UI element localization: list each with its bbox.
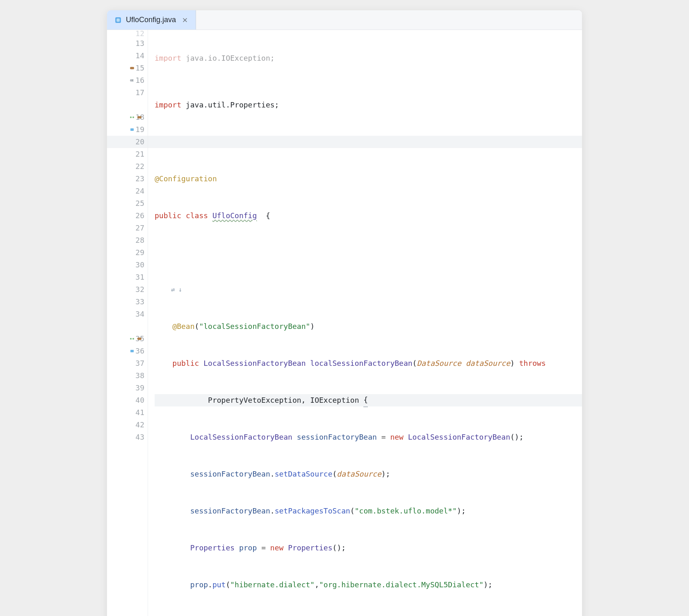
nav-gutter-icon[interactable] bbox=[129, 127, 135, 132]
gutter-line: 29 bbox=[107, 246, 148, 259]
gutter-line: 20 bbox=[107, 136, 148, 148]
svg-point-4 bbox=[130, 79, 132, 82]
code-line[interactable]: @Bean("localSessionFactoryBean") bbox=[155, 320, 582, 333]
svg-point-8 bbox=[139, 116, 141, 119]
svg-rect-9 bbox=[130, 128, 134, 131]
java-class-icon bbox=[114, 16, 122, 24]
gutter-line: 31 bbox=[107, 271, 148, 283]
code-line[interactable] bbox=[155, 246, 582, 259]
gutter-line: 13 bbox=[107, 37, 148, 50]
svg-point-10 bbox=[130, 338, 132, 340]
override-gutter-icon[interactable] bbox=[129, 114, 135, 120]
svg-point-6 bbox=[132, 116, 134, 118]
code-line[interactable]: sessionFactoryBean.setPackagesToScan("co… bbox=[155, 505, 582, 517]
gutter-line: 18 bbox=[107, 111, 148, 123]
svg-point-11 bbox=[132, 338, 134, 340]
gutter-line: 24 bbox=[107, 185, 148, 197]
code-line[interactable]: sessionFactoryBean.setDataSource(dataSou… bbox=[155, 468, 582, 480]
svg-point-13 bbox=[139, 338, 141, 340]
code-line[interactable]: import java.io.IOException; bbox=[155, 55, 582, 62]
gutter-line: 34 bbox=[107, 308, 148, 320]
gutter-line: 43 bbox=[107, 431, 148, 443]
gutter-line: 42 bbox=[107, 419, 148, 431]
gutter-line: 41 bbox=[107, 406, 148, 419]
implements-gutter-icon[interactable] bbox=[129, 78, 135, 83]
svg-rect-1 bbox=[116, 18, 120, 22]
gutter-line: 32 bbox=[107, 283, 148, 296]
override-gutter-icon[interactable] bbox=[129, 336, 135, 342]
code-line[interactable]: import java.util.Properties; bbox=[155, 99, 582, 111]
gutter-line: 25 bbox=[107, 197, 148, 210]
code-area[interactable]: 12 13 14 15 16 17 18 19 bbox=[107, 30, 582, 616]
gutter-line: 27 bbox=[107, 222, 148, 234]
svg-rect-14 bbox=[130, 350, 134, 352]
gutter-line: 21 bbox=[107, 148, 148, 160]
code-line[interactable]: @Configuration bbox=[155, 173, 582, 185]
gutter-line: 39 bbox=[107, 382, 148, 394]
close-icon[interactable] bbox=[182, 17, 188, 23]
gutter-line: 12 bbox=[107, 30, 148, 37]
gutter-line bbox=[107, 320, 148, 333]
gutter-line: 35 bbox=[107, 333, 148, 345]
code-line[interactable]: prop.put("hibernate.dialect","org.hibern… bbox=[155, 579, 582, 591]
svg-point-3 bbox=[132, 67, 134, 69]
inlay-hint[interactable]: ⇄ ↓ bbox=[155, 283, 582, 296]
code-line[interactable]: LocalSessionFactoryBean sessionFactoryBe… bbox=[155, 431, 582, 443]
gutter-line: 26 bbox=[107, 210, 148, 222]
file-tab[interactable]: UfloConfig.java bbox=[107, 10, 196, 30]
code-line[interactable]: public class UfloConfig { bbox=[155, 210, 582, 222]
gutter-line bbox=[107, 99, 148, 111]
file-tab-label: UfloConfig.java bbox=[126, 16, 176, 24]
bean-gutter-icon[interactable] bbox=[129, 65, 135, 71]
gutter-line: 37 bbox=[107, 357, 148, 370]
code-line[interactable] bbox=[155, 136, 582, 148]
nav-gutter-icon[interactable] bbox=[129, 348, 135, 354]
gutter-line: 33 bbox=[107, 296, 148, 308]
gutter-line: 14 bbox=[107, 50, 148, 62]
gutter-line: 40 bbox=[107, 394, 148, 406]
gutter-line: 17 bbox=[107, 87, 148, 99]
gutter-line: 30 bbox=[107, 259, 148, 271]
gutter-line: 15 bbox=[107, 62, 148, 74]
bean-gutter-icon[interactable] bbox=[137, 336, 142, 342]
code-line[interactable]: PropertyVetoException, IOException { bbox=[155, 394, 582, 406]
bean-gutter-icon[interactable] bbox=[137, 114, 142, 120]
gutter-line: 19 bbox=[107, 123, 148, 136]
gutter-line: 28 bbox=[107, 234, 148, 246]
gutter-line: 22 bbox=[107, 160, 148, 173]
svg-point-5 bbox=[130, 116, 132, 118]
gutter-line: 36 bbox=[107, 345, 148, 357]
gutter-line: 23 bbox=[107, 173, 148, 185]
code-line[interactable]: Properties prop = new Properties(); bbox=[155, 542, 582, 554]
tab-bar: UfloConfig.java bbox=[107, 10, 582, 30]
inlay-nav-icon: ⇄ ↓ bbox=[171, 283, 182, 296]
editor-window: UfloConfig.java 12 13 14 15 16 17 bbox=[107, 10, 582, 616]
gutter-line: 16 bbox=[107, 74, 148, 87]
code-text[interactable]: import java.io.IOException; import java.… bbox=[148, 30, 582, 616]
gutter: 12 13 14 15 16 17 18 19 bbox=[107, 30, 148, 616]
gutter-line: 38 bbox=[107, 370, 148, 382]
code-line[interactable]: public LocalSessionFactoryBean localSess… bbox=[155, 357, 582, 370]
